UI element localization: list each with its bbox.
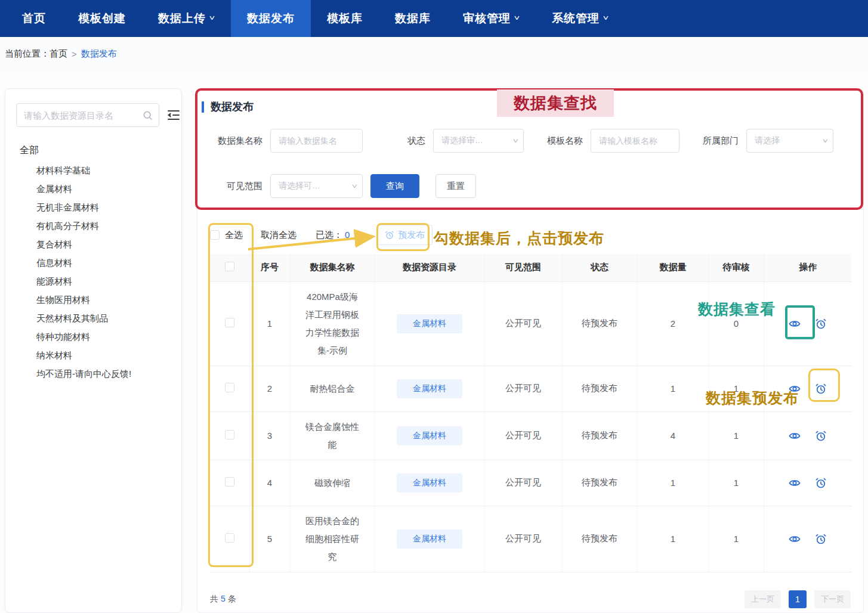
breadcrumb-prefix: 当前位置： [5,48,50,60]
column-header-name: 数据集名称 [290,254,375,281]
alarm-clock-icon [385,230,394,240]
nav-item-data-publish[interactable]: 数据发布 [231,0,311,37]
row-checkbox[interactable] [225,533,234,543]
nav-caret-icon: ˅ [603,14,609,23]
pagination: 上一页 1 下一页 [745,590,851,608]
nav-item-template-library[interactable]: 模板库 [311,0,379,37]
eye-icon[interactable] [789,477,801,489]
tree-item[interactable]: 信息材料 [16,253,171,272]
cell-dataset-name: 420MPa级海洋工程用钢板力学性能数据集-示例 [290,281,375,366]
cell-status: 待预发布 [562,366,637,411]
tree-item[interactable]: 复合材料 [16,235,171,253]
search-form-row-2: 可见范围 请选择可… ˅ 查询 重置 [210,174,851,198]
breadcrumb-current: 数据发布 [81,48,117,60]
cell-dataset-name: 镁合金腐蚀性能 [290,411,375,460]
catalog-sidebar: 全部 材料科学基础 金属材料 无机非金属材料 有机高分子材料 复合材料 信息材料… [5,88,182,613]
tree-item[interactable]: 天然材料及其制品 [16,309,171,327]
search-icon [143,110,153,120]
selected-count-value: 0 [345,230,350,240]
nav-item-data-upload[interactable]: 数据上传˅ [142,0,231,37]
cell-status: 待预发布 [562,506,637,572]
template-name-input[interactable] [599,136,673,145]
status-label: 状态 [407,135,425,147]
nav-item-system-management[interactable]: 系统管理˅ [536,0,625,37]
reset-button[interactable]: 重置 [435,174,476,198]
tree-item[interactable]: 材料科学基础 [16,161,171,179]
row-checkbox[interactable] [225,477,234,487]
cell-index: 1 [249,281,290,366]
chevron-down-icon: ˅ [822,137,828,144]
nav-caret-icon: ˅ [209,14,215,23]
cell-pending: 1 [709,366,764,411]
tree-item[interactable]: 无机非金属材料 [16,198,171,216]
nav-item-database[interactable]: 数据库 [379,0,447,37]
catalog-tag: 金属材料 [397,473,462,493]
tree-item[interactable]: 能源材料 [16,272,171,290]
select-all-label[interactable]: 全选 [225,230,243,241]
prepublish-button[interactable]: 预发布 [377,225,433,245]
cell-visibility: 公开可见 [484,506,562,572]
cell-data-count: 4 [637,411,709,460]
table-row: 4 磁致伸缩 金属材料 公开可见 待预发布 1 1 [210,460,852,506]
catalog-tag: 金属材料 [397,530,462,549]
catalog-search-box [16,103,159,127]
query-button[interactable]: 查询 [370,174,419,198]
tree-item-feedback[interactable]: 均不适用-请向中心反馈! [16,364,171,383]
next-page-button[interactable]: 下一页 [814,590,851,608]
tree-item[interactable]: 特种功能材料 [16,327,171,346]
tree-item[interactable]: 生物医用材料 [16,290,171,309]
row-checkbox[interactable] [225,318,234,327]
eye-icon[interactable] [789,383,801,395]
tree-item-all[interactable]: 全部 [16,140,171,161]
prev-page-button[interactable]: 上一页 [745,590,781,608]
header-checkbox[interactable] [225,262,234,271]
department-select[interactable]: 请选择 ˅ [746,129,833,153]
alarm-clock-icon[interactable] [815,318,827,330]
status-select[interactable]: 请选择审… ˅ [433,129,524,153]
column-header-catalog: 数据资源目录 [375,254,484,281]
eye-icon[interactable] [789,318,801,330]
cancel-select-all-button[interactable]: 取消全选 [261,230,296,241]
select-all-checkbox[interactable] [210,230,220,240]
dataset-table: 序号 数据集名称 数据资源目录 可见范围 状态 数据量 待审核 操作 1 420… [210,254,852,572]
tree-item[interactable]: 金属材料 [16,179,171,198]
cell-status: 待预发布 [562,411,637,460]
column-header-pending: 待审核 [709,254,764,281]
nav-item-template-create[interactable]: 模板创建 [62,0,142,37]
cell-index: 3 [249,411,290,460]
nav-item-audit-management[interactable]: 审核管理˅ [447,0,536,37]
menu-fold-icon[interactable] [166,107,181,123]
cell-dataset-name: 耐热铝合金 [290,366,375,411]
total-count-label: 共5条 [210,594,236,605]
nav-item-home[interactable]: 首页 [6,0,62,37]
cell-data-count: 1 [637,506,709,572]
row-checkbox[interactable] [225,430,234,439]
cell-pending: 1 [709,506,764,572]
dataset-name-input[interactable] [279,136,356,145]
tree-item[interactable]: 有机高分子材料 [16,216,171,235]
cell-visibility: 公开可见 [484,366,562,411]
cell-index: 5 [249,506,290,572]
catalog-tag: 金属材料 [397,426,462,445]
alarm-clock-icon[interactable] [815,533,827,545]
breadcrumb-home-link[interactable]: 首页 [50,48,67,60]
catalog-search-input[interactable] [24,110,143,120]
eye-icon[interactable] [789,533,801,545]
alarm-clock-icon[interactable] [815,430,827,442]
visibility-select[interactable]: 请选择可… ˅ [270,174,363,198]
cell-data-count: 1 [637,460,709,506]
alarm-clock-icon[interactable] [815,383,827,395]
column-header-index: 序号 [249,254,290,281]
title-accent-bar [202,101,204,113]
page-number-1[interactable]: 1 [789,590,807,608]
eye-icon[interactable] [789,430,801,442]
department-label: 所属部门 [703,135,739,147]
header-checkbox-cell [210,254,249,281]
dataset-name-field [270,129,363,153]
tree-item[interactable]: 纳米材料 [16,346,171,364]
cell-pending: 1 [709,411,764,460]
catalog-tag: 金属材料 [397,379,462,398]
alarm-clock-icon[interactable] [815,477,827,489]
cell-dataset-name: 磁致伸缩 [290,460,375,506]
row-checkbox[interactable] [225,383,234,392]
